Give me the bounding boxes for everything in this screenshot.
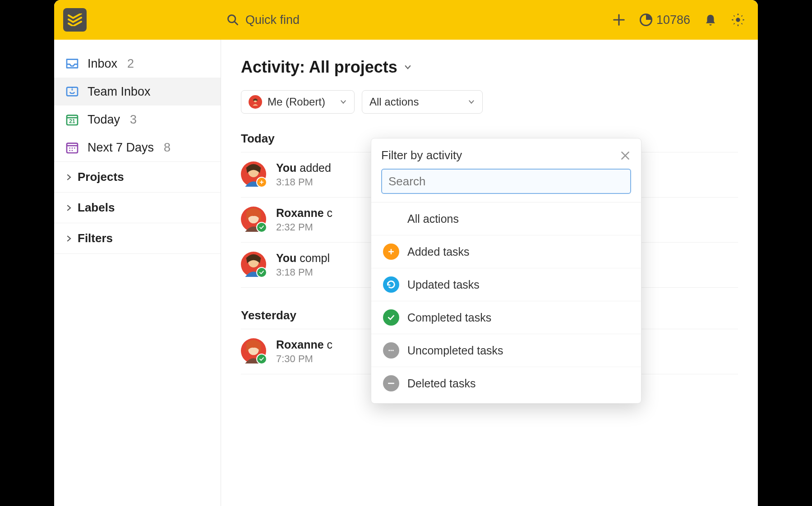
sidebar-section-labels[interactable]: Labels: [54, 192, 221, 223]
popover-option-label: Completed tasks: [407, 311, 491, 324]
karma-button[interactable]: 10786: [639, 13, 690, 27]
svg-text:21: 21: [69, 118, 75, 124]
topbar: Quick find 10786: [54, 0, 758, 40]
popover-option-deleted[interactable]: Deleted tasks: [371, 367, 641, 403]
svg-line-1: [235, 22, 238, 25]
popover-option-label: All actions: [407, 212, 459, 225]
chevron-right-icon: [65, 173, 73, 181]
activity-time: 3:18 PM: [276, 176, 331, 188]
activity-time: 3:18 PM: [276, 267, 330, 278]
upcoming-icon: [65, 140, 79, 155]
completed-icon: [383, 309, 399, 326]
today-icon: 21: [65, 112, 79, 127]
avatar: [241, 338, 266, 363]
close-icon: [619, 150, 631, 161]
sidebar-item-count: 8: [164, 141, 171, 155]
sidebar-item-label: Today: [88, 113, 120, 127]
avatar: [241, 161, 266, 187]
activity-text: You compl: [276, 252, 330, 265]
avatar: [241, 252, 266, 277]
sidebar-item-team-inbox[interactable]: Team Inbox: [54, 78, 221, 106]
todoist-logo-icon: [68, 14, 82, 26]
title-dropdown-icon[interactable]: [404, 63, 412, 71]
popover-header: Filter by activity: [371, 148, 641, 169]
activity-body: You added 3:18 PM: [276, 161, 331, 188]
sidebar-section-label: Filters: [78, 231, 113, 245]
popover-option-updated[interactable]: Updated tasks: [371, 268, 641, 301]
empty-icon: [383, 211, 399, 227]
svg-point-14: [69, 147, 70, 149]
svg-point-30: [388, 350, 390, 351]
sidebar-item-today[interactable]: 21 Today 3: [54, 106, 221, 133]
svg-point-32: [392, 350, 394, 351]
page-title: Activity: All projects: [241, 58, 397, 77]
popover-option-label: Uncompleted tasks: [407, 344, 503, 357]
sidebar-item-next7days[interactable]: Next 7 Days 8: [54, 133, 221, 161]
quick-find[interactable]: Quick find: [226, 13, 612, 27]
popover-title: Filter by activity: [381, 148, 462, 162]
activity-body: Roxanne c 7:30 PM: [276, 338, 332, 365]
popover-search-wrap: [381, 169, 631, 194]
updated-icon: [383, 276, 399, 293]
added-badge-icon: [256, 177, 267, 188]
completed-badge-icon: [256, 222, 267, 233]
filter-action-label: All actions: [369, 96, 419, 108]
popover-search-input[interactable]: [381, 169, 631, 194]
app-body: Inbox 2 Team Inbox 21 Today 3 Next 7 Day…: [54, 40, 758, 506]
svg-point-17: [69, 150, 70, 151]
chevron-right-icon: [65, 204, 73, 212]
filter-action[interactable]: All actions: [362, 90, 483, 114]
popover-option-uncompleted[interactable]: Uncompleted tasks: [371, 334, 641, 367]
chevron-right-icon: [65, 235, 73, 243]
popover-option-completed[interactable]: Completed tasks: [371, 301, 641, 334]
main-content: Activity: All projects Me (Robert) All a…: [221, 40, 758, 506]
sidebar-item-inbox[interactable]: Inbox 2: [54, 50, 221, 78]
sidebar-item-label: Next 7 Days: [88, 141, 154, 155]
svg-point-5: [736, 18, 740, 22]
karma-icon: [639, 13, 653, 27]
inbox-icon: [65, 56, 79, 71]
activity-body: Roxanne c 2:32 PM: [276, 207, 332, 233]
sidebar-item-label: Inbox: [88, 57, 117, 71]
activity-time: 2:32 PM: [276, 221, 332, 233]
activity-text: Roxanne c: [276, 207, 332, 220]
page-title-row: Activity: All projects: [241, 58, 738, 77]
sidebar-section-label: Labels: [78, 201, 115, 215]
svg-rect-6: [67, 87, 78, 96]
popover-option-label: Added tasks: [407, 245, 470, 258]
notifications-icon[interactable]: [704, 13, 717, 27]
popover-option-label: Deleted tasks: [407, 377, 475, 390]
topbar-actions: 10786: [612, 13, 745, 27]
svg-point-16: [74, 147, 75, 149]
add-task-icon[interactable]: [612, 13, 626, 27]
app-window: Quick find 10786 Inbox 2 Team Inbox: [54, 0, 758, 506]
sidebar: Inbox 2 Team Inbox 21 Today 3 Next 7 Day…: [54, 40, 221, 506]
team-inbox-icon: [65, 84, 79, 99]
added-icon: [383, 244, 399, 260]
settings-icon[interactable]: [731, 13, 745, 27]
sidebar-item-label: Team Inbox: [88, 85, 151, 99]
sidebar-item-count: 3: [130, 113, 137, 127]
filter-user-label: Me (Robert): [268, 96, 325, 108]
popover-option-added[interactable]: Added tasks: [371, 235, 641, 268]
deleted-icon: [383, 375, 399, 391]
activity-body: You compl 3:18 PM: [276, 252, 330, 278]
sidebar-section-projects[interactable]: Projects: [54, 161, 221, 192]
completed-badge-icon: [256, 354, 267, 364]
sidebar-section-filters[interactable]: Filters: [54, 223, 221, 254]
activity-text: Roxanne c: [276, 338, 332, 351]
search-icon: [226, 14, 239, 26]
filter-activity-popover: Filter by activity All actions Adde: [371, 138, 641, 404]
app-logo[interactable]: [63, 8, 87, 32]
svg-point-31: [391, 350, 392, 351]
svg-point-7: [71, 89, 73, 90]
sidebar-item-count: 2: [127, 57, 134, 71]
chevron-down-icon: [340, 98, 347, 106]
completed-badge-icon: [256, 267, 267, 278]
filter-collaborator[interactable]: Me (Robert): [241, 90, 355, 114]
popover-option-all[interactable]: All actions: [371, 202, 641, 235]
activity-text: You added: [276, 161, 331, 175]
popover-close-button[interactable]: [619, 150, 631, 161]
filters-row: Me (Robert) All actions: [241, 90, 738, 114]
activity-time: 7:30 PM: [276, 353, 332, 365]
